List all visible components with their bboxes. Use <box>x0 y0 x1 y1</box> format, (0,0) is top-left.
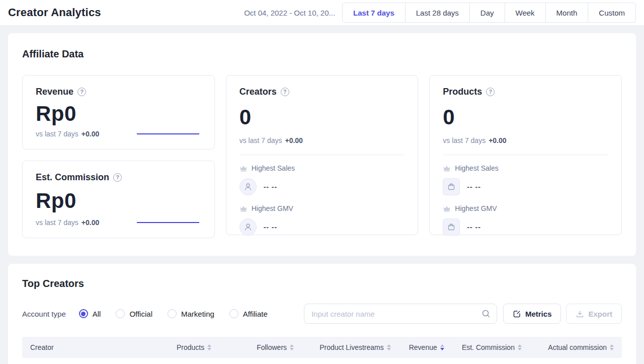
affiliate-data-panel: Affiliate Data Revenue ? Rp0 vs last 7 d… <box>8 33 636 256</box>
compare-value: +0.00 <box>82 130 99 138</box>
highest-gmv-label: Highest GMV <box>455 204 497 212</box>
help-icon[interactable]: ? <box>281 88 289 96</box>
empty-value: -- -- <box>264 223 278 231</box>
products-card-header: Products ? <box>443 87 608 97</box>
creators-title: Creators <box>239 87 277 97</box>
est-commission-card: Est. Commission ? Rp0 vs last 7 days +0.… <box>22 161 215 238</box>
compare-label: vs last 7 days <box>36 219 78 227</box>
creators-card: Creators ? 0 vs last 7 days +0.00 Highes… <box>226 75 419 235</box>
radio-button-icon[interactable] <box>116 309 125 318</box>
est-commission-sparkline <box>137 222 199 223</box>
filter-row: Account type All Official Marketing Affi… <box>22 304 622 324</box>
radio-label: All <box>93 310 101 318</box>
highest-sales-entity: -- -- <box>443 178 608 195</box>
top-creators-panel: Top Creators Account type All Official M… <box>8 264 636 364</box>
tab-last-28-days[interactable]: Last 28 days <box>406 3 470 23</box>
radio-account-type-marketing[interactable]: Marketing <box>168 309 214 318</box>
column-header-products[interactable]: Products <box>148 343 211 351</box>
radio-button-icon[interactable] <box>168 309 177 318</box>
tab-week[interactable]: Week <box>505 3 546 23</box>
compare-label: vs last 7 days <box>36 130 78 138</box>
metric-cards-grid: Revenue ? Rp0 vs last 7 days +0.00 Est. … <box>22 75 622 238</box>
avatar <box>239 178 257 195</box>
highest-gmv-label: Highest GMV <box>252 204 293 212</box>
radio-button-icon[interactable] <box>229 309 238 318</box>
help-icon[interactable]: ? <box>113 173 122 182</box>
creators-card-header: Creators ? <box>239 87 405 97</box>
column-header-revenue[interactable]: Revenue <box>391 343 444 351</box>
products-compare-row: vs last 7 days +0.00 <box>443 136 608 144</box>
empty-value: -- -- <box>467 183 481 191</box>
column-header-product-livestreams[interactable]: Product Livestreams <box>294 343 391 351</box>
product-placeholder <box>443 178 460 195</box>
revenue-card: Revenue ? Rp0 vs last 7 days +0.00 <box>22 75 215 150</box>
compare-value: +0.00 <box>285 136 302 144</box>
compare-label: vs last 7 days <box>443 136 486 144</box>
highest-sales-entity: -- -- <box>239 178 405 195</box>
highest-sales-label-row: Highest Sales <box>443 164 608 172</box>
creator-search <box>304 304 497 324</box>
help-icon[interactable]: ? <box>486 88 495 96</box>
highest-gmv-label-row: Highest GMV <box>443 204 608 212</box>
empty-value: -- -- <box>467 223 481 231</box>
sort-icon[interactable] <box>207 344 211 350</box>
tab-custom[interactable]: Custom <box>588 3 636 23</box>
section-title-top-creators: Top Creators <box>22 278 622 289</box>
radio-account-type-all[interactable]: All <box>79 309 101 318</box>
tab-day[interactable]: Day <box>470 3 505 23</box>
column-header-est-commission[interactable]: Est. Commission <box>444 343 522 351</box>
section-title-affiliate-data: Affiliate Data <box>22 48 622 60</box>
column-header-actual-commission[interactable]: Actual commission <box>522 343 614 351</box>
metrics-button[interactable]: Metrics <box>503 304 561 324</box>
avatar <box>239 219 257 236</box>
metrics-button-label: Metrics <box>525 310 552 318</box>
metric-column-left: Revenue ? Rp0 vs last 7 days +0.00 Est. … <box>22 75 215 238</box>
revenue-card-header: Revenue ? <box>36 87 201 97</box>
radio-label: Affiliate <box>243 310 268 318</box>
sort-icon[interactable] <box>518 344 522 350</box>
column-label: Actual commission <box>548 343 607 351</box>
crown-icon <box>239 205 248 212</box>
crown-icon <box>239 165 248 172</box>
creators-compare-row: vs last 7 days +0.00 <box>239 136 405 144</box>
products-title: Products <box>443 87 482 97</box>
est-commission-compare-row: vs last 7 days +0.00 <box>36 219 201 227</box>
radio-label: Official <box>129 310 152 318</box>
products-value: 0 <box>443 105 608 129</box>
sort-icon[interactable] <box>387 344 391 350</box>
est-commission-title: Est. Commission <box>36 172 109 183</box>
creator-search-input[interactable] <box>304 304 497 324</box>
radio-button-icon[interactable] <box>79 309 88 318</box>
radio-account-type-official[interactable]: Official <box>116 309 152 318</box>
search-icon[interactable] <box>481 309 491 319</box>
column-header-followers[interactable]: Followers <box>211 343 294 351</box>
help-icon[interactable]: ? <box>77 88 86 96</box>
table-body-row <box>22 358 622 364</box>
radio-account-type-affiliate[interactable]: Affiliate <box>229 309 268 318</box>
compare-label: vs last 7 days <box>239 136 282 144</box>
sort-icon-active-desc[interactable] <box>440 344 444 350</box>
crown-icon <box>443 165 451 172</box>
edit-square-icon <box>513 310 521 318</box>
radio-label: Marketing <box>181 310 214 318</box>
date-range-text: Oct 04, 2022 - Oct 10, 20... <box>244 9 335 17</box>
sort-icon[interactable] <box>610 344 614 350</box>
highest-sales-label: Highest Sales <box>252 164 295 172</box>
revenue-value: Rp0 <box>36 102 201 126</box>
column-label: Followers <box>257 343 287 351</box>
compare-value: +0.00 <box>82 219 99 227</box>
page-content: Affiliate Data Revenue ? Rp0 vs last 7 d… <box>0 25 644 364</box>
highest-gmv-entity: -- -- <box>239 219 405 236</box>
compare-value: +0.00 <box>489 136 506 144</box>
export-button[interactable]: Export <box>566 304 622 324</box>
column-label: Creator <box>30 343 54 351</box>
sort-icon[interactable] <box>290 344 294 350</box>
highest-gmv-entity: -- -- <box>443 219 608 236</box>
column-label: Products <box>177 343 204 351</box>
tab-last-7-days[interactable]: Last 7 days <box>342 3 406 23</box>
column-label: Revenue <box>409 343 437 351</box>
highest-sales-label-row: Highest Sales <box>239 164 405 172</box>
export-button-label: Export <box>588 310 612 318</box>
tab-month[interactable]: Month <box>546 3 589 23</box>
est-commission-value: Rp0 <box>36 189 201 213</box>
